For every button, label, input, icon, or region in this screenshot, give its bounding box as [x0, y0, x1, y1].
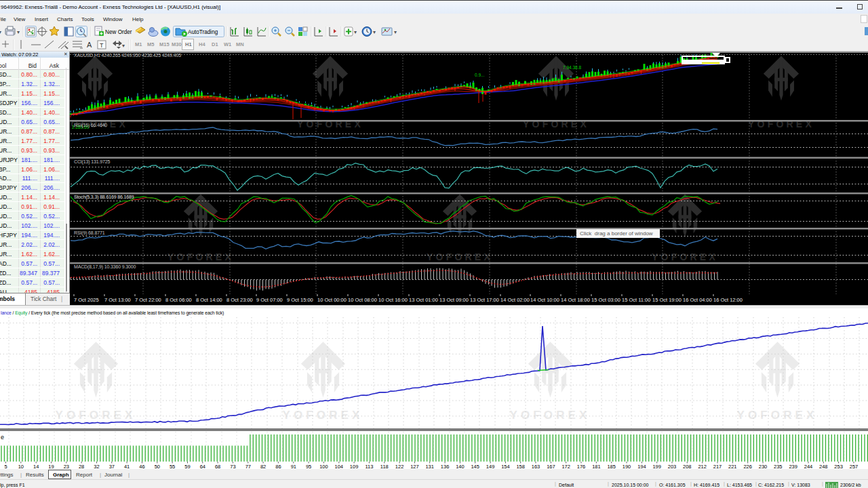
svg-text:A: A — [87, 41, 92, 49]
svg-text:YOFOREX: YOFOREX — [56, 409, 136, 422]
svg-text:YOFOREX: YOFOREX — [283, 409, 363, 422]
svg-text:▾: ▾ — [0, 29, 1, 35]
svg-text:YOFOREX: YOFOREX — [737, 409, 818, 422]
svg-text:0.9...: 0.9... — [475, 73, 485, 77]
svg-text:▾: ▾ — [17, 29, 20, 35]
svg-text:▾: ▾ — [373, 29, 376, 35]
svg-text:New Order: New Order — [105, 29, 132, 35]
svg-text:YOFOREX: YOFOREX — [510, 409, 591, 422]
svg-text:7.94.38.8: 7.94.38.8 — [563, 65, 581, 70]
svg-text:T: T — [100, 42, 104, 49]
svg-text:AutoTrading: AutoTrading — [188, 29, 218, 35]
svg-text:▾: ▾ — [354, 29, 357, 35]
svg-text:▾: ▾ — [122, 43, 125, 49]
svg-text:▾: ▾ — [394, 29, 397, 35]
